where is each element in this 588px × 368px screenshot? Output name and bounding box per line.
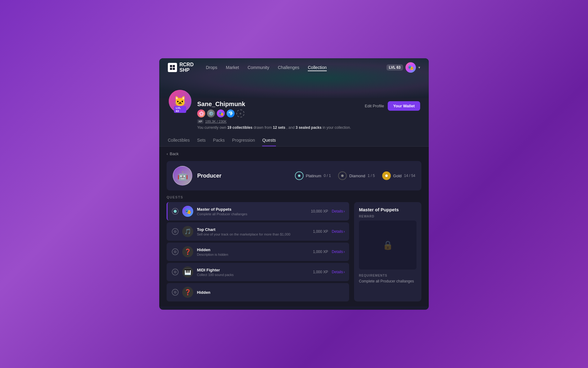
quest-title-1: Master of Puppets: [197, 207, 307, 212]
quest-xp-2: 1,000 XP: [313, 229, 328, 234]
nav-challenges[interactable]: Challenges: [278, 64, 299, 71]
collection-tabs: Collectibles Sets Packs Progression Ques…: [159, 135, 429, 147]
profile-info: Sane_Chipmunk 🌸 ⚙️ 🎭 💎 + XP 189,3K / 230…: [197, 98, 360, 130]
nav-chevron-icon[interactable]: ▾: [418, 65, 420, 70]
nav-right: LVL 63 🎭 ▾: [386, 62, 420, 73]
gold-count: 14 / 54: [404, 174, 415, 178]
tier-items: Platinum 0 / 1 Diamond 1 / 5 Gold: [295, 171, 416, 180]
quest-avatar-4: 🎹: [182, 266, 193, 278]
tier-gold: Gold 14 / 54: [382, 171, 415, 180]
gold-label: Gold: [393, 174, 401, 178]
tab-progression[interactable]: Progression: [232, 135, 255, 146]
quest-info-4: MIDI Fighter Collect 100 sound packs: [197, 268, 309, 277]
lock-icon: 🔒: [383, 240, 393, 250]
quest-avatar-3: ❓: [182, 246, 193, 257]
badge-3[interactable]: 🎭: [217, 109, 225, 117]
reward-label: REWARD: [359, 215, 417, 218]
tab-collectibles[interactable]: Collectibles: [168, 135, 190, 146]
nav-avatar[interactable]: 🎭: [405, 62, 416, 73]
platinum-dot: [298, 174, 300, 177]
producer-name: Producer: [197, 173, 290, 179]
profile-username: Sane_Chipmunk: [197, 101, 360, 108]
back-button[interactable]: ‹ Back: [167, 151, 421, 156]
requirements-label: REQUIREMENTS: [359, 274, 417, 277]
quest-check-dot-4: [174, 270, 177, 274]
quest-title-4: MIDI Fighter: [197, 268, 309, 272]
quest-info-1: Master of Puppets Complete all Producer …: [197, 207, 307, 216]
logo[interactable]: RCRD SHP: [168, 62, 194, 73]
quest-avatar-2: 🎵: [182, 226, 193, 237]
gold-icon: [382, 171, 391, 180]
nav-links: Drops Market Community Challenges Collec…: [206, 64, 386, 71]
profile-badges: 🌸 ⚙️ 🎭 💎 +: [197, 109, 360, 117]
quests-list: 🎭 Master of Puppets Complete all Produce…: [167, 202, 349, 301]
quest-item-hidden1[interactable]: ❓ Hidden Description is hidden 1,000 XP …: [167, 243, 349, 261]
profile-avatar-wrap: 🐱 LVL 63: [168, 89, 192, 113]
quest-info-3: Hidden Description is hidden: [197, 247, 309, 256]
quest-xp-1: 10,000 XP: [311, 209, 328, 213]
header: RCRD SHP Drops Market Community Challeng…: [159, 58, 429, 98]
badge-2[interactable]: ⚙️: [207, 109, 215, 117]
nav-community[interactable]: Community: [247, 64, 269, 71]
profile-section: 🐱 LVL 63 Sane_Chipmunk 🌸 ⚙️ 🎭 💎 + XP 189…: [159, 98, 429, 135]
details-chevron-4: ›: [344, 270, 345, 274]
diamond-count: 1 / 5: [368, 174, 375, 178]
add-badge-button[interactable]: +: [236, 109, 244, 117]
quest-check-5: [172, 289, 179, 296]
wallet-button[interactable]: Your Wallet: [388, 101, 420, 111]
quest-details-1[interactable]: Details ›: [332, 209, 345, 213]
quest-check-3: [172, 248, 179, 255]
producer-card: 🤖 Producer Platinum 0 / 1 Diamond: [167, 161, 421, 190]
quests-layout: 🎭 Master of Puppets Complete all Produce…: [167, 202, 421, 301]
tab-packs[interactable]: Packs: [213, 135, 225, 146]
nav: RCRD SHP Drops Market Community Challeng…: [159, 58, 429, 77]
xp-label: XP: [197, 119, 203, 124]
nav-collection[interactable]: Collection: [308, 64, 326, 71]
diamond-icon: [338, 171, 347, 180]
back-chevron-icon: ‹: [167, 151, 168, 156]
profile-description: You currently own 19 collectibles drawn …: [197, 125, 360, 130]
side-panel: Master of Puppets REWARD 🔒 REQUIREMENTS …: [354, 202, 421, 301]
quest-details-4[interactable]: Details ›: [332, 270, 345, 274]
quest-title-5: Hidden: [197, 290, 345, 295]
quest-check-dot-2: [174, 230, 177, 233]
logo-icon: [168, 63, 177, 72]
xp-bar: XP 189,3K / 230K: [197, 119, 360, 124]
quest-details-2[interactable]: Details ›: [332, 229, 345, 234]
details-chevron-3: ›: [344, 250, 345, 254]
tab-sets[interactable]: Sets: [197, 135, 206, 146]
tab-quests[interactable]: Quests: [262, 135, 276, 146]
quest-check-dot-3: [174, 250, 177, 253]
svg-rect-3: [173, 68, 175, 70]
quest-item-midi[interactable]: 🎹 MIDI Fighter Collect 100 sound packs 1…: [167, 263, 349, 281]
quest-title-2: Top Chart: [197, 227, 309, 232]
badge-4[interactable]: 💎: [227, 109, 235, 117]
quest-desc-2: Sell one of your track on the marketplac…: [197, 232, 309, 236]
nav-market[interactable]: Market: [226, 64, 239, 71]
quest-item-hidden2[interactable]: ❓ Hidden: [167, 283, 349, 301]
xp-value[interactable]: 189,3K / 230K: [205, 120, 227, 123]
quest-check-dot-1: [174, 210, 177, 213]
badge-1[interactable]: 🌸: [197, 109, 205, 117]
back-label: Back: [170, 151, 179, 156]
platinum-label: Platinum: [306, 174, 322, 178]
quest-title-3: Hidden: [197, 247, 309, 252]
profile-level-badge: LVL 63: [174, 106, 186, 113]
packs-count: 3 sealed packs: [296, 125, 322, 130]
nav-drops[interactable]: Drops: [206, 64, 217, 71]
svg-rect-1: [173, 65, 175, 67]
profile-actions: Edit Profile Your Wallet: [365, 98, 420, 111]
quest-desc-3: Description is hidden: [197, 253, 309, 256]
tier-diamond: Diamond 1 / 5: [338, 171, 375, 180]
quest-item-topchart[interactable]: 🎵 Top Chart Sell one of your track on th…: [167, 222, 349, 241]
main-content: ‹ Back 🤖 Producer Platinum 0 / 1: [159, 147, 429, 306]
platinum-count: 0 / 1: [324, 174, 331, 178]
quest-avatar-1: 🎭: [182, 206, 193, 217]
collectibles-count: 19 collectibles: [227, 125, 252, 130]
svg-rect-2: [170, 68, 172, 70]
edit-profile-button[interactable]: Edit Profile: [365, 104, 384, 108]
quest-details-3[interactable]: Details ›: [332, 250, 345, 254]
details-chevron-2: ›: [344, 229, 345, 234]
quest-item-master[interactable]: 🎭 Master of Puppets Complete all Produce…: [167, 202, 349, 220]
diamond-dot: [341, 174, 344, 177]
